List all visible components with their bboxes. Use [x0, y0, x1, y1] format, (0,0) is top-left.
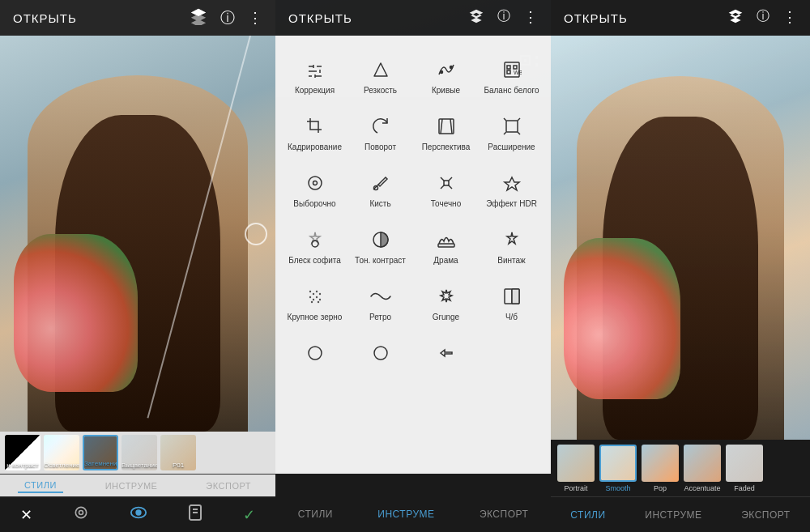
- menu-grunge[interactable]: Grunge: [413, 275, 479, 332]
- menu-more2[interactable]: [347, 332, 413, 379]
- retro-label: Ретро: [369, 313, 391, 322]
- flowers-right: [564, 238, 680, 400]
- more-icon-right[interactable]: ⋮: [782, 8, 797, 28]
- menu-wb[interactable]: WB Баланс белого: [479, 49, 544, 105]
- menu-tonecontrast[interactable]: Тон. контраст: [347, 219, 413, 275]
- dropdown-menu: Коррекция Резкость Кривые WB Баланс бело…: [275, 36, 551, 474]
- middle-top-icons: ⓘ ⋮: [468, 8, 538, 28]
- svg-marker-15: [374, 63, 387, 76]
- ring-action[interactable]: [65, 501, 97, 528]
- bw-icon: [502, 285, 522, 308]
- menu-vintage[interactable]: Винтаж: [479, 219, 544, 275]
- menu-perspective[interactable]: Перспектива: [413, 105, 479, 162]
- right-tab-export[interactable]: ЭКСПОРТ: [731, 506, 799, 524]
- curves-icon: [437, 58, 456, 81]
- right-filter-faded[interactable]: Faded: [726, 445, 763, 492]
- menu-correction[interactable]: Коррекция: [282, 49, 347, 105]
- right-thumb-pop: [642, 445, 679, 482]
- menu-rotate[interactable]: Поворот: [347, 105, 413, 162]
- menu-drama[interactable]: Драма: [413, 219, 479, 275]
- wb-label: Баланс белого: [484, 86, 539, 96]
- middle-tab-styles[interactable]: СТИЛИ: [288, 505, 343, 523]
- left-top-icons: ⓘ ⋮: [190, 7, 262, 29]
- retro-icon: [369, 285, 392, 308]
- menu-glamour[interactable]: Блеск софита: [282, 219, 347, 275]
- check-action[interactable]: ✓: [235, 503, 263, 527]
- info-icon-left[interactable]: ⓘ: [220, 8, 235, 28]
- curves-label: Кривые: [432, 86, 460, 96]
- menu-spot[interactable]: Точечно: [413, 162, 479, 219]
- right-tab-styles[interactable]: СТИЛИ: [561, 506, 615, 524]
- filter-darken[interactable]: Затемнение: [83, 435, 118, 470]
- grain-label: Крупное зерно: [288, 313, 343, 322]
- left-photo-area: [0, 36, 275, 432]
- svg-line-30: [518, 132, 520, 134]
- filter-n-contrast[interactable]: н контраст: [5, 435, 40, 470]
- menu-grain[interactable]: Крупное зерно: [282, 275, 347, 332]
- eye-action[interactable]: [122, 502, 156, 527]
- menu-more3[interactable]: [413, 332, 479, 379]
- grain-icon: [305, 285, 325, 308]
- menu-grid: Коррекция Резкость Кривые WB Баланс бело…: [275, 36, 551, 385]
- right-filter-accentuate[interactable]: Accentuate: [684, 445, 721, 492]
- middle-tab-tools[interactable]: ИНСТРУМЕ: [368, 505, 444, 523]
- info-icon-right[interactable]: ⓘ: [757, 8, 770, 28]
- filter-label-fade: Выцветание: [122, 462, 157, 469]
- right-label-portrait: Portrait: [564, 484, 587, 492]
- svg-line-25: [450, 119, 452, 134]
- right-thumb-accentuate: [684, 445, 721, 482]
- svg-rect-55: [512, 289, 519, 304]
- right-thumb-smooth: [599, 445, 637, 482]
- right-filter-portrait[interactable]: Portrait: [557, 445, 595, 492]
- middle-tab-export[interactable]: ЭКСПОРТ: [470, 505, 538, 523]
- middle-panel: ОТКРЫТЬ ⓘ ⋮ ⊡: Коррекция: [275, 0, 551, 532]
- book-action[interactable]: [180, 500, 211, 529]
- left-tab-tools[interactable]: ИНСТРУМЕ: [99, 479, 164, 492]
- more-icon-left[interactable]: ⋮: [248, 9, 262, 27]
- svg-point-46: [315, 291, 317, 292]
- close-action[interactable]: ✕: [12, 503, 40, 527]
- left-tab-styles[interactable]: СТИЛИ: [18, 479, 63, 493]
- layers-icon-right[interactable]: [727, 8, 744, 28]
- svg-line-27: [504, 118, 506, 121]
- tonecontrast-label: Тон. контраст: [355, 256, 406, 266]
- filter-lighten[interactable]: Осветление: [44, 435, 79, 470]
- menu-selective[interactable]: Выборочно: [282, 162, 347, 219]
- menu-more1[interactable]: [282, 332, 347, 379]
- selective-icon: [305, 172, 325, 194]
- menu-crop[interactable]: Кадрирование: [282, 105, 347, 162]
- filter-fade[interactable]: Выцветание: [122, 435, 157, 470]
- menu-bw[interactable]: Ч/б: [479, 275, 544, 332]
- info-icon-middle[interactable]: ⓘ: [497, 8, 510, 28]
- menu-hdr[interactable]: Эффект HDR: [479, 162, 544, 219]
- right-top-icons: ⓘ ⋮: [727, 8, 797, 28]
- right-panel: ОТКРЫТЬ ⓘ ⋮ Portrait Smooth: [551, 0, 810, 532]
- menu-brush[interactable]: Кисть: [347, 162, 413, 219]
- svg-marker-43: [507, 232, 517, 244]
- crop-icon: [305, 115, 325, 138]
- sharpness-label: Резкость: [364, 86, 397, 96]
- left-top-bar: ОТКРЫТЬ ⓘ ⋮: [0, 0, 275, 36]
- right-filter-smooth[interactable]: Smooth: [599, 445, 637, 492]
- svg-rect-20: [514, 66, 517, 69]
- left-tab-export[interactable]: ЭКСПОРТ: [199, 479, 258, 492]
- hdr-label: Эффект HDR: [486, 199, 537, 209]
- menu-sharpness[interactable]: Резкость: [347, 49, 413, 105]
- svg-marker-39: [505, 177, 519, 190]
- left-photo-bg: [0, 36, 275, 432]
- right-photo-bg: [551, 36, 810, 440]
- filter-p01[interactable]: P01: [160, 435, 196, 470]
- right-filter-pop[interactable]: Pop: [642, 445, 679, 492]
- layers-icon[interactable]: [190, 7, 207, 29]
- svg-text:WB: WB: [514, 70, 522, 75]
- spot-icon: [437, 172, 456, 194]
- menu-retro[interactable]: Ретро: [347, 275, 413, 332]
- more-icon-middle[interactable]: ⋮: [523, 8, 538, 28]
- right-filter-strip: Portrait Smooth Pop Accentuate Faded: [551, 440, 810, 496]
- right-tab-tools[interactable]: ИНСТРУМЕ: [635, 506, 711, 524]
- layers-icon-middle[interactable]: [468, 8, 484, 28]
- menu-expand[interactable]: Расширение: [479, 105, 544, 162]
- svg-point-56: [309, 347, 322, 360]
- expand-icon: [502, 115, 522, 138]
- menu-curves[interactable]: Кривые: [413, 49, 479, 105]
